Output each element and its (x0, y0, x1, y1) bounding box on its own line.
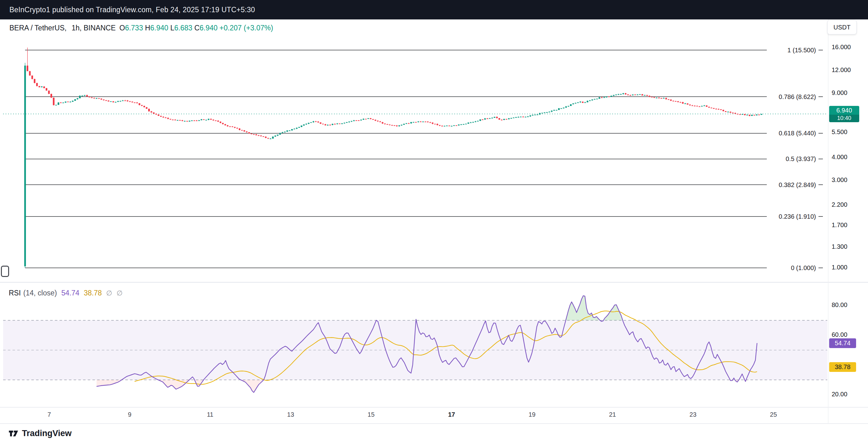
fib-level-label: 0.786 (8.622) (779, 93, 816, 100)
symbol-title[interactable]: BERA / TetherUS, (9, 24, 66, 32)
price-axis-label[interactable]: 5.500 (832, 128, 858, 136)
price-axis-label[interactable]: 12.000 (832, 66, 858, 74)
price-axis-label[interactable]: 16.000 (832, 43, 858, 51)
time-axis-label[interactable]: 7 (47, 411, 51, 418)
ohlc-high-value: 6.940 (150, 24, 168, 32)
symbol-meta[interactable]: 1h, BINANCE (71, 24, 116, 32)
time-axis-label[interactable]: 17 (448, 411, 455, 418)
brand-name[interactable]: TradingView (22, 429, 72, 438)
current-price-badge: 6.940 10:40 (829, 106, 859, 122)
ohlc-low-value: 6.683 (174, 24, 192, 32)
rsi-overbought-fill (96, 296, 757, 320)
price-axis-label[interactable]: 1.000 (832, 264, 858, 271)
price-axis-label[interactable]: 4.000 (832, 154, 858, 161)
time-axis-label[interactable]: 11 (207, 411, 213, 418)
price-axis-label[interactable]: 3.000 (832, 177, 858, 184)
current-price-value: 6.940 (829, 106, 859, 115)
ohlc-open-label: O (119, 24, 125, 32)
ohlc-close-label: C (194, 24, 199, 32)
tradingview-logo[interactable] (8, 428, 19, 439)
rsi-ma-current-value: 38.78 (84, 289, 102, 297)
tradingview-published-chart: BeInCrypto1 published on TradingView.com… (0, 0, 868, 443)
price-change-text: +0.207 (+3.07%) (219, 24, 273, 32)
price-axis-label[interactable]: 1.300 (832, 243, 858, 250)
time-axis-label[interactable]: 23 (689, 411, 696, 418)
rsi-indicator-header[interactable]: RSI (14, close) 54.74 38.78 ∅ ∅ (9, 289, 123, 297)
fib-level-label: 0.5 (3.937) (785, 155, 816, 162)
chart-canvas[interactable]: 1 (15.500)0.786 (8.622)0.618 (5.440)0.5 … (0, 0, 868, 443)
price-axis-label[interactable]: 1.700 (832, 222, 858, 229)
fib-level-label: 0.382 (2.849) (779, 181, 816, 188)
rsi-value-badge: 54.74 (829, 338, 856, 348)
time-axis-label[interactable]: 25 (770, 411, 777, 418)
time-axis-label[interactable]: 9 (128, 411, 131, 418)
candlesticks[interactable] (24, 48, 762, 268)
time-axis-label[interactable]: 21 (609, 411, 616, 418)
ohlc-high-label: H (145, 24, 150, 32)
time-axis-label[interactable]: 13 (287, 411, 294, 418)
fib-level-label: 0.236 (1.910) (779, 213, 816, 220)
rsi-axis-label[interactable]: 80.00 (832, 302, 858, 309)
price-tag-icon[interactable] (1, 266, 9, 277)
price-axis-label[interactable]: 2.200 (832, 201, 858, 208)
rsi-ma-value-badge: 38.78 (829, 362, 856, 372)
time-axis-label[interactable]: 15 (368, 411, 374, 418)
rsi-title: RSI (9, 289, 21, 297)
fib-level-label: 0.618 (5.440) (779, 130, 816, 136)
rsi-axis-label[interactable]: 20.00 (832, 391, 858, 398)
time-axis[interactable]: 791113151719212325 (0, 410, 827, 422)
currency-toggle-button[interactable]: USDT (827, 20, 857, 34)
hidden-plot-icon: ∅ (106, 289, 112, 297)
rsi-params: (14, close) (23, 289, 57, 297)
price-axis-label[interactable]: 9.000 (832, 89, 858, 96)
ohlc-open-value: 6.733 (125, 24, 143, 32)
fib-retracement[interactable]: 1 (15.500)0.786 (8.622)0.618 (5.440)0.5 … (25, 47, 823, 271)
symbol-header: BERA / TetherUS, 1h, BINANCE O 6.733 H 6… (9, 24, 273, 32)
candle-countdown: 10:40 (829, 115, 859, 122)
fib-level-label: 1 (15.500) (787, 47, 816, 54)
ohlc-low-label: L (170, 24, 174, 32)
ohlc-close-value: 6.940 (199, 24, 218, 32)
fib-level-label: 0 (1.000) (791, 264, 816, 271)
footer-brand: TradingView (8, 426, 72, 441)
rsi-current-value: 54.74 (61, 289, 80, 297)
rsi-axis-label[interactable]: 60.00 (832, 331, 858, 338)
hidden-plot-icon: ∅ (117, 289, 123, 297)
time-axis-label[interactable]: 19 (529, 411, 535, 418)
